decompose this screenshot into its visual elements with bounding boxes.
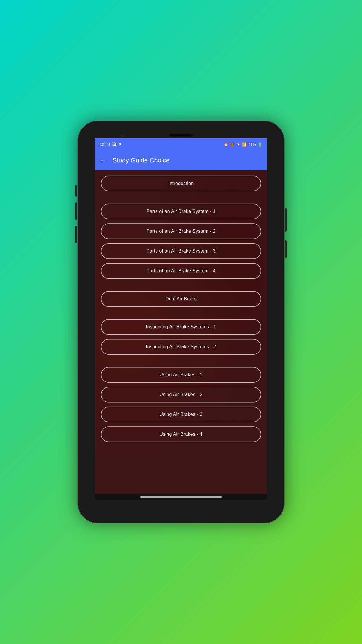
scroll-indicator <box>140 496 222 498</box>
menu-item-inspecting-1[interactable]: Inspecting Air Brake Systems - 1 <box>101 319 261 335</box>
bottom-bar <box>95 494 267 500</box>
menu-item-parts-3[interactable]: Parts of an Air Brake System - 3 <box>101 243 261 259</box>
battery-icon: 🔋 <box>258 142 262 147</box>
parking-icon: P <box>119 142 121 147</box>
status-bar: 12:38 🖼 P ⏰ 🔕 ▼ 📶 41% 🔋 <box>95 138 267 150</box>
phone-top-bar <box>95 132 267 138</box>
menu-item-parts-1[interactable]: Parts of an Air Brake System - 1 <box>101 204 261 219</box>
back-button[interactable]: ← <box>100 157 107 164</box>
app-bar: ← Study Guide Choice <box>95 150 267 170</box>
content-area: IntroductionParts of an Air Brake System… <box>95 170 267 494</box>
menu-item-using-3[interactable]: Using Air Brakes - 3 <box>101 407 261 422</box>
menu-item-parts-2[interactable]: Parts of an Air Brake System - 2 <box>101 223 261 239</box>
alarm-icon: ⏰ <box>224 142 228 147</box>
app-title: Study Guide Choice <box>113 157 170 164</box>
group-spacer <box>101 359 261 367</box>
battery-display: 41% <box>248 142 256 147</box>
volume-up-button[interactable] <box>75 202 77 220</box>
status-left: 12:38 🖼 P <box>100 142 121 147</box>
mute-icon: 🔕 <box>230 142 235 147</box>
menu-item-dual-air-brake[interactable]: Dual Air Brake <box>101 291 261 307</box>
volume-down-button[interactable] <box>75 226 77 243</box>
gallery-icon: 🖼 <box>112 142 116 147</box>
phone-screen: 12:38 🖼 P ⏰ 🔕 ▼ 📶 41% 🔋 ← Study Guide Ch… <box>95 132 267 500</box>
phone-frame: 12:38 🖼 P ⏰ 🔕 ▼ 📶 41% 🔋 ← Study Guide Ch… <box>78 121 284 523</box>
status-right: ⏰ 🔕 ▼ 📶 41% 🔋 <box>224 142 262 147</box>
silent-button[interactable] <box>75 185 77 197</box>
time-display: 12:38 <box>100 142 110 147</box>
menu-item-using-2[interactable]: Using Air Brakes - 2 <box>101 387 261 402</box>
group-spacer <box>101 311 261 319</box>
menu-item-inspecting-2[interactable]: Inspecting Air Brake Systems - 2 <box>101 339 261 355</box>
menu-item-using-1[interactable]: Using Air Brakes - 1 <box>101 367 261 383</box>
group-spacer <box>101 195 261 204</box>
camera-dot <box>121 134 125 137</box>
group-spacer <box>101 283 261 291</box>
menu-item-using-4[interactable]: Using Air Brakes - 4 <box>101 426 261 442</box>
speaker <box>169 134 193 136</box>
signal-icon: 📶 <box>242 142 247 147</box>
menu-item-parts-4[interactable]: Parts of an Air Brake System - 4 <box>101 263 261 279</box>
menu-item-introduction[interactable]: Introduction <box>101 176 261 191</box>
wifi-icon: ▼ <box>236 142 240 147</box>
